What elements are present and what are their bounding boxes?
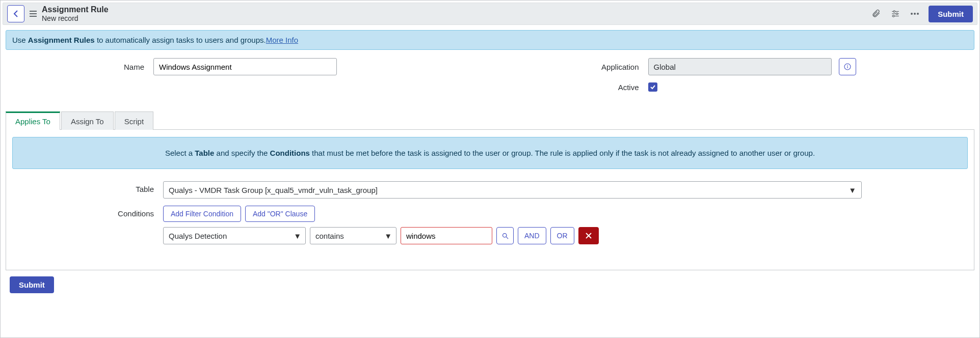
submit-button-bottom[interactable]: Submit: [10, 276, 54, 293]
add-filter-condition-button[interactable]: Add Filter Condition: [163, 206, 241, 222]
and-button[interactable]: AND: [518, 227, 546, 244]
more-info-link[interactable]: More Info: [266, 36, 298, 44]
info-banner: Use Assignment Rules to automatically as…: [6, 30, 974, 50]
or-button[interactable]: OR: [550, 227, 574, 244]
table-label: Table: [12, 181, 163, 193]
name-label: Name: [6, 63, 153, 71]
tab-body: Select a Table and specify the Condition…: [6, 129, 974, 270]
name-input[interactable]: [153, 58, 337, 75]
submit-button-top[interactable]: Submit: [929, 6, 973, 22]
svg-line-13: [506, 237, 508, 239]
svg-point-10: [847, 65, 848, 66]
svg-point-8: [917, 13, 919, 15]
settings-sliders-icon[interactable]: [886, 5, 905, 22]
info-icon: [843, 63, 852, 71]
application-label: Application: [500, 63, 648, 71]
applies-to-info: Select a Table and specify the Condition…: [12, 137, 968, 169]
tab-applies-to[interactable]: Applies To: [6, 111, 60, 130]
svg-point-1: [893, 11, 895, 12]
application-input: [648, 58, 832, 75]
back-button[interactable]: [7, 5, 24, 22]
tab-list: Applies To Assign To Script: [6, 111, 977, 129]
search-icon: [501, 232, 509, 240]
attachment-icon[interactable]: [866, 5, 886, 22]
condition-operator-select[interactable]: contains ▼: [310, 227, 396, 244]
svg-point-3: [896, 13, 898, 15]
form-area: Name Application Active: [3, 50, 977, 106]
condition-field-select[interactable]: Qualys Detection ▼: [163, 227, 306, 244]
svg-rect-11: [847, 66, 847, 68]
context-menu-icon[interactable]: [30, 11, 37, 17]
caret-down-icon: ▼: [294, 232, 301, 240]
condition-row: Qualys Detection ▼ contains ▼ A: [163, 227, 968, 244]
page-subtitle: New record: [42, 14, 109, 22]
more-actions-icon[interactable]: [905, 5, 924, 22]
condition-search-button[interactable]: [496, 227, 514, 244]
conditions-label: Conditions: [12, 206, 163, 218]
page-title: Assignment Rule: [42, 5, 109, 14]
tab-assign-to[interactable]: Assign To: [61, 111, 114, 130]
tab-script[interactable]: Script: [115, 111, 153, 130]
table-select[interactable]: Qualys - VMDR Task Group [x_qual5_vmdr_v…: [163, 181, 862, 199]
close-icon: [585, 232, 592, 239]
check-icon: [650, 84, 656, 90]
chevron-left-icon: [13, 10, 18, 17]
active-checkbox[interactable]: [648, 82, 657, 92]
svg-point-12: [502, 233, 507, 237]
svg-point-5: [893, 15, 894, 17]
delete-condition-button[interactable]: [578, 227, 599, 244]
tab-section: Applies To Assign To Script Select a Tab…: [3, 111, 977, 270]
caret-down-icon: ▼: [849, 186, 856, 194]
svg-point-7: [914, 13, 916, 15]
caret-down-icon: ▼: [384, 232, 392, 240]
application-info-button[interactable]: [839, 58, 856, 75]
active-label: Active: [500, 83, 648, 92]
condition-value-input[interactable]: [401, 227, 492, 244]
svg-point-6: [911, 13, 913, 15]
form-header: Assignment Rule New record Submit: [3, 3, 977, 25]
add-or-clause-button[interactable]: Add "OR" Clause: [245, 206, 315, 222]
